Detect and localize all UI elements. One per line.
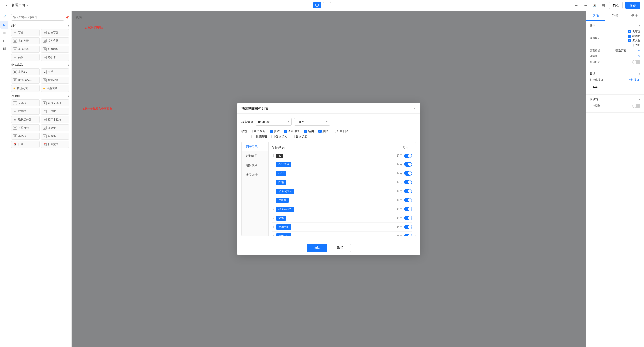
component-table[interactable]: ⊞表格2.0 <box>11 68 40 75</box>
layout-icon[interactable]: ▦ <box>600 2 606 8</box>
feat-edit[interactable]: 编辑 <box>304 129 314 133</box>
component-service[interactable]: ⊟服务Serv… <box>11 77 40 84</box>
component-cascade[interactable]: ⊞级联选择器 <box>11 116 40 123</box>
component-free-container[interactable]: ⊟自由容器 <box>41 29 69 36</box>
component-float-container[interactable]: □悬浮容器 <box>11 46 40 52</box>
sidebar-icon-components[interactable]: ⊞ <box>0 20 8 28</box>
nav-add-form[interactable]: 新增表单 <box>242 151 268 161</box>
tab-properties[interactable]: 属性 <box>586 11 605 20</box>
feat-condition-query[interactable]: 条件查询 <box>250 129 265 133</box>
feat-view-detail[interactable]: 查看详情 <box>284 129 300 133</box>
back-icon[interactable]: ‹ <box>4 2 10 8</box>
cb-content-area[interactable] <box>628 30 631 33</box>
nav-list-display[interactable]: 列表展示 <box>242 142 268 151</box>
component-adsorb-container[interactable]: ⊞吸附容器 <box>41 37 69 44</box>
toggle-dropdown-refresh[interactable] <box>632 104 640 108</box>
drag-handle-purpose[interactable]: ⠿ <box>272 225 274 229</box>
cb-sidebar[interactable] <box>630 44 634 47</box>
component-radio[interactable]: ◉单选框 <box>11 132 40 140</box>
drag-handle-id[interactable]: ⠿ <box>272 154 274 158</box>
toggle-purpose[interactable] <box>404 225 412 229</box>
save-button[interactable]: 保存 <box>625 2 640 9</box>
component-numberbox[interactable]: #数字框 <box>11 108 40 115</box>
drag-handle-phone[interactable]: ⠿ <box>272 198 274 202</box>
feat-delete[interactable]: 删除 <box>318 129 328 133</box>
feat-add[interactable]: 新增 <box>270 129 280 133</box>
section-expand-form[interactable]: ▾ <box>68 94 69 98</box>
history-icon[interactable]: 🕐 <box>591 2 598 8</box>
sidebar-icon-data[interactable]: ⊡ <box>0 37 8 45</box>
component-textbox[interactable]: T文本框 <box>11 100 40 106</box>
preview-button[interactable]: 预览 <box>609 2 622 9</box>
redo-icon[interactable]: ↪ <box>582 2 588 8</box>
toggle-desc[interactable] <box>404 234 412 236</box>
toggle-contact-name[interactable] <box>404 189 412 194</box>
toggle-company[interactable] <box>404 162 412 166</box>
component-panel[interactable]: □面板 <box>11 54 40 61</box>
toggle-title-hint[interactable] <box>632 60 640 64</box>
component-form[interactable]: ☰表单 <box>41 68 69 75</box>
component-container[interactable]: □容器 <box>11 29 40 36</box>
component-tabs[interactable]: ⊟选项卡 <box>41 54 69 61</box>
model-select-dropdown[interactable]: database ▾ <box>256 118 292 126</box>
nav-edit-form[interactable]: 编辑表单 <box>242 161 268 170</box>
toggle-industry[interactable] <box>404 171 412 176</box>
component-model-form[interactable]: ★模型表单 <box>41 85 69 92</box>
subtitle-edit-icon[interactable]: ✎ <box>638 55 640 58</box>
component-select[interactable]: ▽下拉框 <box>41 108 69 115</box>
drag-handle-industry[interactable]: ⠿ <box>272 172 274 175</box>
component-dropdown-btn[interactable]: ▽下拉按钮 <box>11 124 40 131</box>
nav-view-detail[interactable]: 查看详情 <box>242 170 268 180</box>
component-model-list[interactable]: ★模型列表 <box>11 85 40 92</box>
page-title-edit-icon[interactable]: ✎ <box>638 49 640 52</box>
confirm-button[interactable]: 确认 <box>306 244 327 252</box>
toggle-phone[interactable] <box>404 198 412 202</box>
tab-appearance[interactable]: 外观 <box>605 11 624 20</box>
toggle-email[interactable] <box>404 180 412 184</box>
feat-batch-delete[interactable]: 批量删除 <box>333 129 348 133</box>
toggle-position[interactable] <box>404 207 412 211</box>
toggle-id[interactable] <box>404 154 412 158</box>
cb-title-bar[interactable] <box>628 35 631 38</box>
search-input[interactable] <box>11 14 64 20</box>
tab-events[interactable]: 事件 <box>625 11 644 20</box>
section-expand-data[interactable]: ▾ <box>68 64 69 67</box>
feat-data-export[interactable]: 数据导出 <box>292 134 307 138</box>
toggle-scale[interactable] <box>404 216 412 220</box>
component-tick[interactable]: ✓勾选框 <box>41 132 69 140</box>
cancel-button[interactable]: 取消 <box>330 244 351 252</box>
component-collapse[interactable]: ▤折叠面板 <box>41 46 69 52</box>
drag-handle-desc[interactable]: ⠿ <box>272 234 274 236</box>
desktop-btn[interactable] <box>313 2 321 8</box>
drag-handle-company[interactable]: ⠿ <box>272 162 274 166</box>
feat-batch-edit[interactable]: 批量编辑 <box>251 134 267 138</box>
undo-icon[interactable]: ↩ <box>573 2 580 8</box>
modal-close-button[interactable]: × <box>414 106 416 110</box>
drag-handle-scale[interactable]: ⠿ <box>272 216 274 220</box>
mobile-expand-icon[interactable]: ▾ <box>639 98 640 101</box>
sidebar-icon-pages[interactable]: 📄 <box>0 12 8 20</box>
component-checkbox[interactable]: ☑复选框 <box>41 124 69 131</box>
component-textarea[interactable]: ≡多行文本框 <box>41 100 69 106</box>
init-api-value[interactable]: 外部接口↓ <box>628 78 640 82</box>
drag-handle-position[interactable]: ⠿ <box>272 207 274 211</box>
drag-handle-email[interactable]: ⠿ <box>272 180 274 184</box>
data-expand-icon[interactable]: ▾ <box>639 72 640 76</box>
apply-select-dropdown[interactable]: apply ▾ <box>294 118 330 126</box>
component-date-range[interactable]: 📅日期范围 <box>41 141 69 148</box>
sidebar-icon-outline[interactable]: ☰ <box>0 28 8 37</box>
section-expand-components[interactable]: ▾ <box>68 24 69 27</box>
component-date[interactable]: 📅日期 <box>11 141 40 148</box>
sidebar-icon-assets[interactable]: 🖼 <box>0 45 8 53</box>
http-input[interactable] <box>590 84 640 90</box>
cb-toolbar[interactable] <box>628 39 631 42</box>
search-pin-icon[interactable]: 📌 <box>65 16 69 19</box>
component-crud[interactable]: ⊞增删改查 <box>41 77 69 84</box>
basic-expand-icon[interactable]: ▾ <box>639 24 640 27</box>
feat-data-import[interactable]: 数据导入 <box>272 134 287 138</box>
component-state-container[interactable]: □状态容器 <box>11 37 40 44</box>
page-title-arrow[interactable]: ▼ <box>26 4 29 7</box>
component-chain-select[interactable]: ⊟链式下拉框 <box>41 116 69 123</box>
drag-handle-contact-name[interactable]: ⠿ <box>272 189 274 193</box>
mobile-btn[interactable] <box>323 2 331 8</box>
